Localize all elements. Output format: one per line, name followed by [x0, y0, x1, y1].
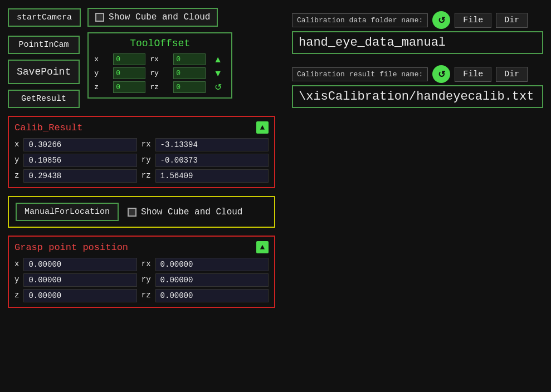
tool-ry-input[interactable] — [173, 67, 206, 79]
grasp-rx-value: 0.00000 — [155, 258, 269, 271]
calib-result-file-button[interactable]: File — [455, 67, 491, 82]
show-cube-cloud-label-top: Show Cube and Cloud — [109, 12, 210, 22]
tool-refresh-arrow[interactable]: ↺ — [210, 83, 226, 92]
grasp-y-value: 0.00000 — [23, 273, 136, 287]
manual-for-location-button[interactable]: ManualForLocation — [16, 203, 119, 221]
calib-result-title: Calib_Result — [14, 122, 82, 133]
calib-folder-input[interactable] — [292, 31, 543, 54]
point-in-cam-button[interactable]: PointInCam — [8, 36, 80, 54]
calib-ry-label: ry — [142, 154, 151, 167]
calib-result-file-label: Calibration result file name: — [292, 67, 428, 81]
grasp-x-value: 0.00000 — [23, 258, 136, 271]
calib-rz-label: rz — [142, 169, 151, 183]
calib-x-label: x — [14, 138, 19, 151]
grasp-z-label: z — [14, 289, 19, 302]
calib-x-value: 0.30266 — [23, 138, 136, 151]
calib-z-label: z — [14, 169, 19, 183]
calib-y-label: y — [14, 154, 19, 167]
tool-ry-label: ry — [150, 69, 170, 77]
tool-rz-label: rz — [150, 83, 170, 91]
grasp-y-label: y — [14, 273, 19, 287]
calib-result-panel: Calib_Result ▲ x 0.30266 rx -3.13394 y 0… — [8, 116, 275, 188]
grasp-rz-value: 0.00000 — [155, 289, 269, 302]
calib-result-file-input[interactable] — [292, 85, 543, 108]
start-camera-button[interactable]: startCamera — [8, 8, 81, 27]
tool-offset-panel: ToolOffset x rx ▲ y ry ▼ z — [87, 32, 232, 99]
show-cube-cloud-checkbox-manual[interactable]: Show Cube and Cloud — [128, 207, 242, 217]
grasp-ry-value: 0.00000 — [155, 273, 269, 287]
calib-result-indicator: ▲ — [256, 121, 269, 134]
grasp-rz-label: rz — [142, 289, 151, 302]
grasp-point-panel: Grasp point position ▲ x 0.00000 rx 0.00… — [8, 236, 275, 308]
checkbox-icon-manual — [128, 208, 136, 217]
calib-rz-value: 1.56409 — [155, 169, 269, 183]
grasp-rx-label: rx — [142, 258, 151, 271]
calib-folder-refresh-button[interactable]: ↺ — [432, 11, 450, 29]
tool-rx-label: rx — [150, 55, 170, 63]
tool-y-input[interactable] — [113, 67, 145, 79]
grasp-z-value: 0.00000 — [23, 289, 136, 302]
calib-rx-value: -3.13394 — [155, 138, 269, 151]
show-cube-cloud-checkbox-top[interactable]: Show Cube and Cloud — [87, 8, 218, 27]
calib-result-refresh-button[interactable]: ↺ — [432, 65, 450, 83]
tool-z-label: z — [94, 83, 110, 91]
calib-folder-section: Calibration data folder name: ↺ File Dir — [292, 11, 543, 54]
calib-y-value: 0.10856 — [23, 154, 136, 167]
show-cube-cloud-label-manual: Show Cube and Cloud — [141, 207, 242, 217]
save-point-button[interactable]: SavePoint — [8, 60, 80, 84]
checkbox-icon-top — [95, 13, 104, 22]
tool-x-label: x — [94, 55, 110, 63]
get-result-button[interactable]: GetResult — [8, 90, 80, 108]
tool-down-arrow[interactable]: ▼ — [210, 69, 226, 78]
tool-x-input[interactable] — [113, 53, 145, 65]
calib-rx-label: rx — [142, 138, 151, 151]
calib-ry-value: -0.00373 — [155, 154, 269, 167]
calib-folder-file-button[interactable]: File — [455, 13, 491, 28]
grasp-indicator: ▲ — [256, 241, 269, 253]
grasp-point-title: Grasp point position — [14, 242, 128, 253]
calib-result-file-section: Calibration result file name: ↺ File Dir — [292, 65, 543, 108]
tool-z-input[interactable] — [113, 81, 145, 93]
calib-folder-dir-button[interactable]: Dir — [496, 13, 528, 28]
calib-folder-label: Calibration data folder name: — [292, 13, 428, 27]
calib-z-value: 0.29438 — [23, 169, 136, 183]
grasp-x-label: x — [14, 258, 19, 271]
grasp-ry-label: ry — [142, 273, 151, 287]
tool-offset-title: ToolOffset — [94, 38, 226, 49]
tool-y-label: y — [94, 69, 110, 77]
calib-result-dir-button[interactable]: Dir — [496, 67, 528, 82]
tool-rx-input[interactable] — [173, 53, 206, 65]
tool-rz-input[interactable] — [173, 81, 206, 93]
manual-for-location-row: ManualForLocation Show Cube and Cloud — [8, 196, 275, 228]
tool-up-arrow[interactable]: ▲ — [210, 55, 226, 64]
